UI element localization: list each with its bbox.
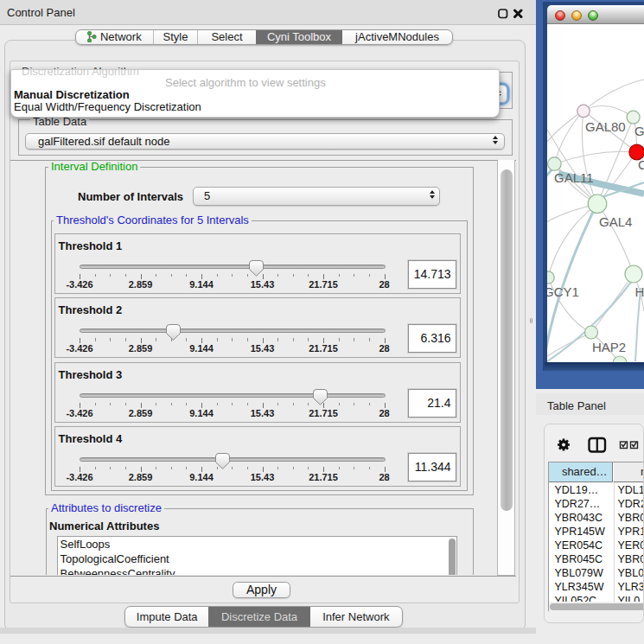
svg-text:H: H bbox=[635, 284, 644, 299]
svg-text:C: C bbox=[638, 157, 644, 172]
svg-text:GCY1: GCY1 bbox=[547, 284, 579, 299]
svg-text:GAL4: GAL4 bbox=[599, 214, 632, 229]
svg-text:HAP2: HAP2 bbox=[592, 340, 626, 354]
svg-text:GA: GA bbox=[634, 124, 644, 138]
svg-text:GAL11: GAL11 bbox=[554, 170, 594, 185]
svg-text:GAL80: GAL80 bbox=[585, 119, 626, 134]
